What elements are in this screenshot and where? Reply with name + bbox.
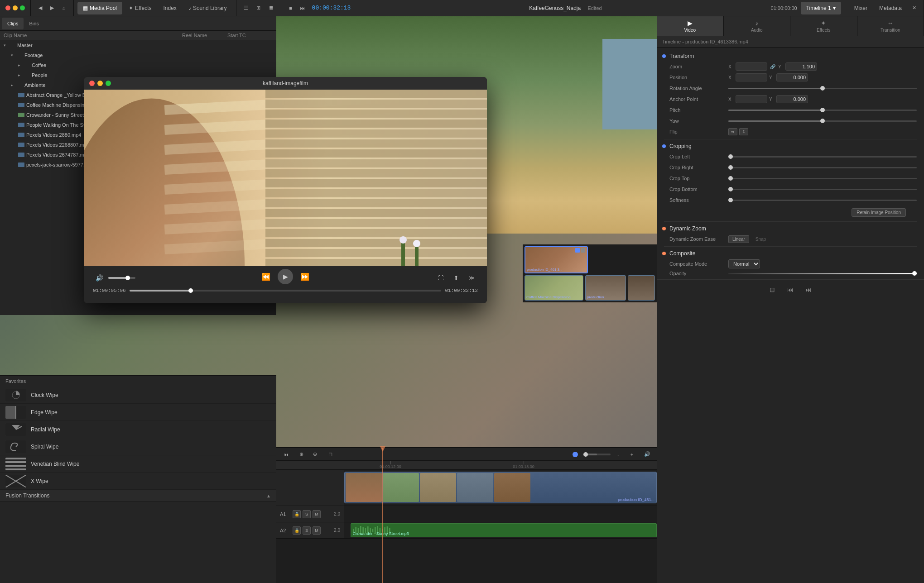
progress-bar[interactable] bbox=[130, 290, 442, 292]
volume-bar[interactable] bbox=[108, 277, 135, 279]
fullscreen-btn[interactable]: ⛶ bbox=[434, 272, 447, 284]
tl-zoom-plus-btn[interactable]: + bbox=[626, 449, 638, 459]
volume-btn[interactable]: 🔊 bbox=[93, 272, 106, 284]
inspector-last-btn[interactable]: ⏭ bbox=[802, 283, 815, 296]
minimize-btn[interactable] bbox=[13, 5, 18, 10]
main-prod-thumb[interactable]: production ID_461 3... bbox=[525, 246, 588, 273]
extra-clip-thumb1[interactable]: production... bbox=[585, 275, 626, 301]
opacity-slider[interactable] bbox=[728, 273, 917, 274]
coffee-clip-thumb[interactable]: Coffee Machine Dispensing... bbox=[525, 275, 583, 301]
dynamic-zoom-header[interactable]: Dynamic Zoom bbox=[657, 224, 924, 234]
favorites-section-header[interactable]: Favorites bbox=[0, 376, 276, 387]
inspector-tab-effects[interactable]: ✦ Effects bbox=[790, 16, 857, 36]
metadata-panel-btn[interactable]: Metadata bbox=[874, 2, 907, 14]
list-view-btn[interactable]: ☰ bbox=[240, 3, 252, 13]
tree-item-master[interactable]: ▾ Master bbox=[0, 40, 276, 50]
tab-media-pool[interactable]: ▦ Media Pool bbox=[77, 2, 122, 14]
play-btn[interactable]: ▶ bbox=[278, 269, 293, 284]
crop-top-slider[interactable] bbox=[728, 178, 917, 179]
tl-zoom-slider[interactable] bbox=[583, 454, 611, 455]
clip-icon-video3 bbox=[18, 123, 24, 127]
yaw-slider[interactable] bbox=[728, 120, 917, 122]
more-btn[interactable]: ≫ bbox=[465, 272, 478, 284]
player-close-btn[interactable] bbox=[89, 81, 95, 86]
retain-image-position-btn[interactable]: Retain Image Position bbox=[852, 208, 906, 217]
anchor-y-input[interactable] bbox=[776, 95, 808, 103]
prev-clip-btn[interactable]: ⏮ bbox=[297, 3, 308, 13]
effect-clock-wipe[interactable]: Clock Wipe bbox=[0, 387, 276, 404]
composite-mode-select[interactable]: Normal bbox=[728, 259, 760, 268]
crop-bottom-slider[interactable] bbox=[728, 189, 917, 190]
effect-x-wipe[interactable]: X Wipe bbox=[0, 473, 276, 490]
panel-tab-bins[interactable]: Bins bbox=[24, 18, 44, 29]
tab-effects[interactable]: ✦ Effects bbox=[123, 2, 157, 14]
composite-header[interactable]: Composite bbox=[657, 248, 924, 258]
extra-clip-thumb2[interactable] bbox=[628, 275, 655, 301]
track-a1-lock-btn[interactable]: 🔒 bbox=[293, 510, 301, 518]
snap-btn[interactable]: Snap bbox=[752, 236, 770, 243]
audio-clip-a2[interactable]: Crowander - Sunny Street.mp3 bbox=[351, 523, 657, 537]
main-video-clip[interactable]: production ID_461... bbox=[344, 472, 657, 503]
player-maximize-btn[interactable] bbox=[106, 81, 111, 86]
tl-zoom-out-btn[interactable]: ⊖ bbox=[309, 449, 321, 459]
tl-zoom-minus-btn[interactable]: - bbox=[612, 449, 624, 459]
effect-venetian-blind-wipe[interactable]: Venetian Blind Wipe bbox=[0, 455, 276, 473]
flip-h-btn[interactable]: ⇔ bbox=[728, 128, 737, 135]
zoom-x-input[interactable]: 1.100 bbox=[736, 62, 767, 71]
back-btn[interactable]: ◀ bbox=[34, 3, 46, 13]
play-stop-btn[interactable]: ■ bbox=[285, 3, 297, 13]
fast-forward-btn[interactable]: ⏩ bbox=[298, 270, 311, 283]
track-a2-s-btn[interactable]: S bbox=[303, 526, 311, 535]
inspector-prev-btn[interactable]: ⊟ bbox=[766, 283, 779, 296]
crop-right-slider[interactable] bbox=[728, 167, 917, 168]
rotation-slider[interactable] bbox=[728, 88, 917, 89]
panel-tab-clips[interactable]: Clips bbox=[2, 18, 24, 29]
playhead[interactable] bbox=[382, 448, 383, 583]
flip-v-btn[interactable]: ⇕ bbox=[739, 128, 748, 135]
zoom-y-input[interactable] bbox=[785, 62, 817, 71]
home-btn[interactable]: ⌂ bbox=[58, 3, 70, 13]
inspector-content: Transform Zoom X 1.100 🔗 Y Position X 0.… bbox=[657, 48, 924, 583]
metadata-btn[interactable]: ≣ bbox=[265, 3, 277, 13]
player-minimize-btn[interactable] bbox=[97, 81, 103, 86]
tree-item-footage[interactable]: ▾ Footage bbox=[0, 50, 276, 60]
linear-btn[interactable]: Linear bbox=[728, 235, 749, 243]
close-btn[interactable] bbox=[5, 5, 10, 10]
track-a2-m-btn[interactable]: M bbox=[313, 526, 321, 535]
crop-left-slider[interactable] bbox=[728, 156, 917, 158]
tab-index[interactable]: Index bbox=[158, 2, 182, 14]
tl-zoom-in-btn[interactable]: ⊕ bbox=[295, 449, 307, 459]
effect-spiral-wipe[interactable]: Spiral Wipe bbox=[0, 438, 276, 455]
forward-btn[interactable]: ▶ bbox=[46, 3, 58, 13]
grid-view-btn[interactable]: ⊞ bbox=[253, 3, 265, 13]
timeline-selector[interactable]: Timeline 1 ▾ bbox=[801, 2, 841, 14]
softness-slider[interactable] bbox=[728, 200, 917, 201]
position-y-input[interactable] bbox=[776, 73, 808, 81]
fusion-transitions-header[interactable]: Fusion Transitions ▲ bbox=[0, 490, 276, 502]
effect-edge-wipe[interactable]: Edge Wipe bbox=[0, 404, 276, 421]
transform-header[interactable]: Transform bbox=[657, 51, 924, 61]
track-a1-m-btn[interactable]: M bbox=[313, 510, 321, 518]
tab-sound-library[interactable]: ♪ Sound Library bbox=[183, 2, 232, 14]
inspector-tab-audio[interactable]: ♪ Audio bbox=[724, 16, 791, 36]
inspector-tab-video[interactable]: ▶ Video bbox=[657, 16, 724, 36]
mixer-btn[interactable]: Mixer bbox=[849, 2, 873, 14]
tl-fit-btn[interactable]: ◻ bbox=[324, 449, 336, 459]
effect-radial-wipe[interactable]: Radial Wipe bbox=[0, 421, 276, 438]
track-a2-lock-btn[interactable]: 🔒 bbox=[293, 526, 301, 535]
cropping-header[interactable]: Cropping bbox=[657, 141, 924, 151]
inspector-first-btn[interactable]: ⏮ bbox=[784, 283, 797, 296]
rewind-btn[interactable]: ⏪ bbox=[260, 270, 272, 283]
tree-item-coffee[interactable]: ▸ Coffee bbox=[0, 60, 276, 70]
anchor-x-input[interactable]: 0.000 bbox=[736, 95, 767, 103]
tl-audio-btn[interactable]: 🔊 bbox=[641, 449, 653, 459]
pitch-slider[interactable] bbox=[728, 110, 917, 111]
inspector-tab-transition[interactable]: ↔ Transition bbox=[857, 16, 924, 36]
tl-home-btn[interactable]: ⏮ bbox=[280, 449, 292, 459]
track-a1-s-btn[interactable]: S bbox=[303, 510, 311, 518]
export-btn[interactable]: ⬆ bbox=[450, 272, 462, 284]
position-x-input[interactable]: 0.000 bbox=[736, 73, 767, 81]
maximize-btn[interactable] bbox=[20, 5, 25, 10]
zoom-link-icon[interactable]: 🔗 bbox=[769, 63, 776, 70]
inspector-close-btn[interactable]: ✕ bbox=[908, 3, 920, 13]
